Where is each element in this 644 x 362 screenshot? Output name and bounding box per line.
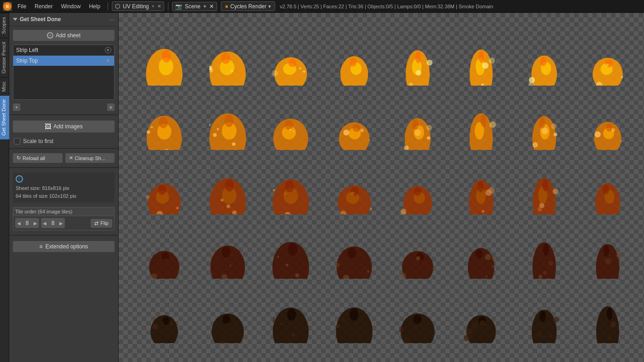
info-icon: i <box>16 175 23 183</box>
svg-point-251 <box>480 320 485 326</box>
fire-sprite-2-0 <box>146 178 183 216</box>
tile-rows-field[interactable]: ◀ 8 ▶ <box>41 218 65 228</box>
sprite-cell-4-4 <box>386 293 449 357</box>
add-sheet-button[interactable]: + Add sheet <box>13 30 115 41</box>
extended-options-button[interactable]: ≡ Extended options <box>13 241 115 252</box>
sprite-cell-3-4 <box>386 229 449 293</box>
svg-point-232 <box>273 317 275 319</box>
svg-point-212 <box>616 253 622 259</box>
sprite-cell-3-5 <box>449 229 513 293</box>
svg-point-231 <box>281 322 283 325</box>
topbar-menu: File Render Window Help <box>14 2 104 11</box>
add-images-icon: 🖼 <box>45 123 51 130</box>
sheet-item-strip-left[interactable]: Strip Left ✕ <box>13 45 114 56</box>
sheet-item-strip-top[interactable]: Strip Top ✕ <box>13 56 114 66</box>
svg-point-132 <box>285 193 287 195</box>
scale-to-first-checkbox[interactable] <box>14 138 20 144</box>
sidebar-item-grease-pencil[interactable]: Grease Pencil <box>0 38 9 77</box>
workspace-icon: ⬡ <box>115 3 120 10</box>
fire-sprite-4-3 <box>336 306 373 345</box>
tile-cols-increase[interactable]: ▶ <box>32 221 39 226</box>
fire-sprite-2-3 <box>336 178 373 216</box>
svg-point-74 <box>289 129 292 131</box>
svg-point-257 <box>549 334 552 337</box>
sheet-item-label-0: Strip Left <box>16 47 103 53</box>
fire-sprite-4-5 <box>463 306 500 345</box>
svg-point-201 <box>492 264 495 268</box>
workspace-close-icon[interactable]: ✕ <box>157 4 161 9</box>
sidebar-item-scopes[interactable]: Scopes <box>0 13 9 38</box>
sprite-cell-1-7 <box>576 100 639 165</box>
tile-cols-decrease[interactable]: ◀ <box>15 221 23 226</box>
svg-point-229 <box>287 309 296 321</box>
sprite-cell-2-6 <box>513 165 576 229</box>
panel-title: Get Sheet Done <box>20 16 109 23</box>
workspace-selector[interactable]: ⬡ UV Editing + ✕ <box>112 1 164 11</box>
sidebar-item-get-sheet-done[interactable]: Get Sheet Done <box>0 95 9 139</box>
add-images-button[interactable]: 🖼 Add images <box>13 121 115 132</box>
tile-rows-increase[interactable]: ▶ <box>58 221 65 226</box>
fire-sprite-1-1 <box>209 113 246 151</box>
blender-icon[interactable]: B <box>3 2 12 11</box>
svg-point-153 <box>488 187 494 194</box>
svg-point-97 <box>489 121 496 128</box>
svg-point-81 <box>360 129 364 132</box>
tile-order-section: Tile order (64 image tiles) ◀ 8 ▶ ◀ 8 ▶ … <box>13 207 115 230</box>
menu-render[interactable]: Render <box>31 2 56 11</box>
flip-button[interactable]: ⇄ Flip <box>91 219 112 228</box>
svg-point-93 <box>480 115 486 127</box>
menu-window[interactable]: Window <box>58 2 85 11</box>
engine-dropdown-icon[interactable]: ▾ <box>268 3 271 10</box>
svg-point-244 <box>432 333 434 335</box>
render-engine-selector[interactable]: ● Cycles Render ▾ <box>221 1 276 11</box>
sprite-cell-4-2 <box>259 293 323 357</box>
scene-icon: 📷 <box>175 3 182 10</box>
sheet-add-small-button[interactable]: + <box>13 103 20 111</box>
sprite-cell-4-5 <box>449 293 513 357</box>
panel-collapse-icon[interactable] <box>13 18 17 21</box>
svg-point-66 <box>232 143 236 146</box>
scene-add-icon[interactable]: + <box>203 3 207 10</box>
sprite-cell-1-6 <box>513 100 576 165</box>
divider-2 <box>9 148 118 149</box>
sheet-item-label-1: Strip Top <box>16 57 103 64</box>
panel-options-icon[interactable]: ··· <box>109 16 115 23</box>
svg-point-156 <box>543 179 549 191</box>
svg-point-138 <box>351 192 354 195</box>
svg-point-124 <box>226 204 230 208</box>
tile-cols-field[interactable]: ◀ 8 ▶ <box>15 218 39 228</box>
fire-sprite-1-3 <box>336 113 373 151</box>
extended-options-label: Extended options <box>46 243 88 250</box>
reload-all-button[interactable]: ↻ Reload all <box>13 153 63 163</box>
menu-help[interactable]: Help <box>85 2 104 11</box>
sheet-item-close-1[interactable]: ✕ <box>105 57 111 64</box>
uv-canvas[interactable] <box>119 13 644 362</box>
tile-order-label: Tile order (64 image tiles) <box>13 207 115 216</box>
tile-cols-value: 8 <box>23 220 32 226</box>
scene-selector[interactable]: 📷 Scene + ✕ <box>172 2 217 11</box>
svg-point-225 <box>227 323 229 325</box>
svg-point-86 <box>412 120 419 130</box>
svg-point-170 <box>178 270 180 272</box>
sprite-cell-3-1 <box>196 229 259 293</box>
scene-close-icon[interactable]: ✕ <box>209 3 214 10</box>
sheet-reorder-button[interactable]: ≡ <box>107 103 115 111</box>
tile-rows-decrease[interactable]: ◀ <box>41 221 48 226</box>
topbar: B File Render Window Help ⬡ UV Editing +… <box>0 0 644 13</box>
svg-point-100 <box>539 117 545 128</box>
sidebar-item-misc[interactable]: Misc <box>0 77 9 96</box>
svg-point-152 <box>482 210 484 213</box>
cleanup-button[interactable]: ✕ Cleanup Sh... <box>65 153 115 163</box>
add-sheet-icon: + <box>47 32 53 39</box>
svg-point-38 <box>482 63 489 69</box>
svg-point-125 <box>220 199 223 201</box>
svg-point-249 <box>466 328 472 335</box>
sprite-cell-0-7 <box>576 36 639 100</box>
sheet-item-close-0[interactable]: ✕ <box>105 47 111 53</box>
workspace-add-icon[interactable]: + <box>152 4 155 9</box>
menu-file[interactable]: File <box>14 2 30 11</box>
svg-point-250 <box>472 323 478 329</box>
svg-point-255 <box>537 332 542 337</box>
svg-point-2 <box>162 50 171 63</box>
svg-point-237 <box>336 324 340 328</box>
